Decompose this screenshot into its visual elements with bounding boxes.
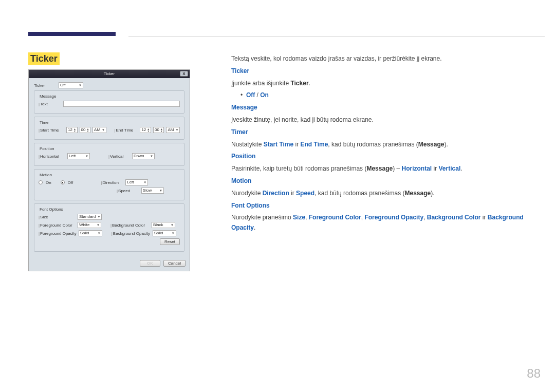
time-fieldset: Time |Start Time 12▲▼ 00▲▼ AM▼ |End Time… xyxy=(34,117,184,140)
ticker-select[interactable]: Off▼ xyxy=(59,82,83,88)
end-ampm-select[interactable]: AM▼ xyxy=(166,127,180,133)
accent-bar xyxy=(28,32,116,36)
description-text: Tekstą veskite, kol rodomas vaizdo įraša… xyxy=(231,54,540,235)
page-number: 88 xyxy=(527,366,541,381)
heading-message: Message xyxy=(231,103,540,113)
motion-fieldset: Motion On Off |Direction Left▼ |Speed Sl… xyxy=(34,169,184,200)
fg-opacity-label: |Foreground Opacity xyxy=(39,231,77,236)
size-label: |Size xyxy=(39,215,76,219)
start-ampm-select[interactable]: AM▼ xyxy=(92,127,106,133)
ticker-options: • Off / On xyxy=(240,90,540,101)
start-hour-spinner[interactable]: 12▲▼ xyxy=(66,127,78,133)
message-desc: Įveskite žinutę, jei norite, kad ji būtų… xyxy=(231,115,540,125)
ticker-desc: Įjunkite arba išjunkite Ticker. xyxy=(231,79,540,89)
ticker-label: Ticker xyxy=(34,83,57,88)
vertical-select[interactable]: Down▼ xyxy=(132,153,155,159)
dialog-titlebar: Ticker X xyxy=(29,70,190,78)
speed-label: |Speed xyxy=(117,189,139,193)
font-options-group-label: Font Options xyxy=(39,207,64,212)
motion-on-radio[interactable] xyxy=(39,180,43,184)
ticker-value: Off xyxy=(60,83,66,88)
heading-position: Position xyxy=(231,152,540,162)
timer-desc: Nustatykite Start Time ir End Time, kad … xyxy=(231,140,540,150)
start-min-spinner[interactable]: 00▲▼ xyxy=(80,127,91,133)
horizontal-label: |Horizontal xyxy=(39,154,65,159)
font-options-fieldset: Font Options |Size Standard▼ |Foreground… xyxy=(34,203,184,252)
dialog-title: Ticker xyxy=(104,71,115,76)
motion-off-label: Off xyxy=(68,180,73,185)
cancel-button[interactable]: Cancel xyxy=(163,260,186,267)
fg-color-select[interactable]: White▼ xyxy=(78,222,101,228)
message-fieldset: Message |Text xyxy=(34,90,184,114)
end-min-spinner[interactable]: 00▲▼ xyxy=(153,127,164,133)
direction-select[interactable]: Left▼ xyxy=(125,179,148,185)
fg-opacity-select[interactable]: Solid▼ xyxy=(79,230,102,236)
position-group-label: Position xyxy=(39,146,55,151)
start-time-label: |Start Time xyxy=(39,128,64,133)
motion-off-radio[interactable] xyxy=(61,180,65,184)
horizontal-select[interactable]: Left▼ xyxy=(67,153,90,159)
end-time-label: |End Time xyxy=(114,128,138,133)
message-group-label: Message xyxy=(39,94,57,99)
motion-group-label: Motion xyxy=(39,173,53,177)
section-title: Ticker xyxy=(28,52,60,65)
ok-button[interactable]: OK xyxy=(140,260,160,267)
text-label: |Text xyxy=(39,102,61,106)
vertical-label: |Vertical xyxy=(108,154,130,159)
heading-ticker: Ticker xyxy=(231,66,540,77)
bg-color-select[interactable]: Black▼ xyxy=(152,222,175,228)
direction-label: |Direction xyxy=(101,180,123,185)
end-hour-spinner[interactable]: 12▲▼ xyxy=(140,127,151,133)
motion-on-label: On xyxy=(46,180,51,185)
close-button[interactable]: X xyxy=(180,71,188,77)
intro-text: Tekstą veskite, kol rodomas vaizdo įraša… xyxy=(231,54,540,64)
bg-opacity-label: |Background Opacity xyxy=(112,231,151,236)
position-desc: Pasirinkite, kaip turėtų būti rodomas pr… xyxy=(231,164,540,174)
header-rule xyxy=(128,36,545,36)
chevron-down-icon: ▼ xyxy=(79,83,82,88)
dialog-footer: OK Cancel xyxy=(29,258,190,271)
speed-select[interactable]: Slow▼ xyxy=(141,188,164,194)
ticker-dialog: Ticker X Ticker Off▼ Message |Text Ti xyxy=(28,69,190,271)
font-desc: Nurodykite pranešimo Size, Foreground Co… xyxy=(231,213,540,233)
motion-desc: Nurodykite Direction ir Speed, kad būtų … xyxy=(231,189,540,199)
size-select[interactable]: Standard▼ xyxy=(78,214,102,220)
screenshot-panel: Ticker X Ticker Off▼ Message |Text Ti xyxy=(28,69,190,271)
heading-font-options: Font Options xyxy=(231,201,540,211)
fg-color-label: |Foreground Color xyxy=(39,223,76,228)
reset-button[interactable]: Reset xyxy=(160,238,180,245)
bg-color-label: |Background Color xyxy=(110,223,150,228)
heading-motion: Motion xyxy=(231,176,540,186)
bg-opacity-select[interactable]: Solid▼ xyxy=(153,230,176,236)
message-input[interactable] xyxy=(63,101,180,107)
time-group-label: Time xyxy=(39,120,49,125)
heading-timer: Timer xyxy=(231,127,540,138)
position-fieldset: Position |Horizontal Left▼ |Vertical Dow… xyxy=(34,143,184,166)
